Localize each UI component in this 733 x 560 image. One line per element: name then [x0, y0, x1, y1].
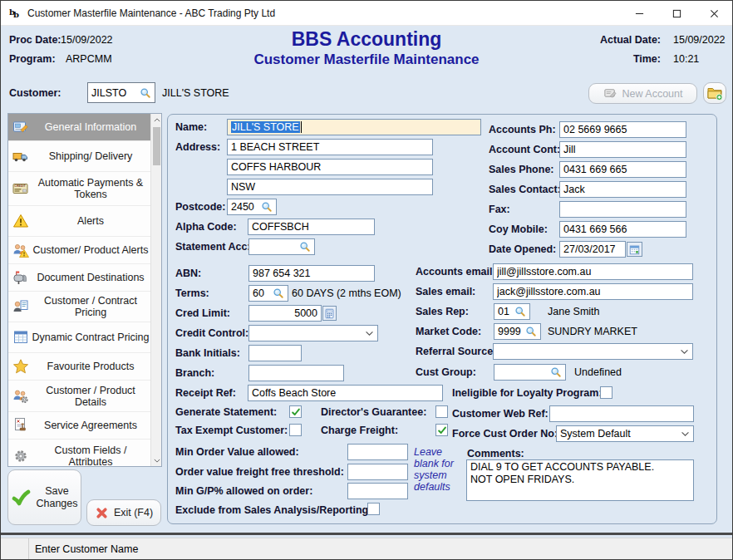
name-input[interactable]: JILL'S STORE: [227, 119, 481, 135]
branch-input[interactable]: [248, 365, 344, 381]
open-account-button[interactable]: [703, 82, 726, 104]
freight-free-threshold-input[interactable]: [347, 464, 408, 480]
force-cust-order-no-label: Force Cust Order No:: [452, 428, 558, 440]
abn-input[interactable]: [248, 265, 375, 282]
actual-date-label: Actual Date:: [600, 34, 661, 46]
cred-limit-input[interactable]: [248, 305, 322, 322]
scrollbar-thumb[interactable]: [153, 127, 160, 165]
coy-mobile-input[interactable]: [559, 221, 686, 238]
market-code-lookup-icon[interactable]: [525, 326, 537, 337]
ineligible-loyalty-checkbox[interactable]: [600, 386, 612, 399]
scroll-down-button[interactable]: [151, 454, 162, 466]
cust-group-label: Cust Group:: [416, 366, 476, 378]
calendar-icon: [629, 244, 640, 255]
status-bar: Enter Customer Name: [1, 538, 732, 560]
sidebar-item-label: Customer / Product Details: [32, 385, 150, 408]
sidebar-item-label: Document Destinations: [32, 272, 150, 283]
title-bar: Customer Masterfile Maintenance - ABC Tr…: [1, 1, 732, 26]
save-changes-button[interactable]: Save Changes: [7, 469, 81, 525]
star-icon: [12, 358, 29, 375]
accounts-email-input[interactable]: [493, 263, 693, 280]
cust-group-lookup-icon[interactable]: [550, 366, 562, 378]
exclude-sales-analysis-checkbox[interactable]: [367, 503, 380, 515]
sales-phone-input[interactable]: [559, 161, 686, 178]
credit-control-select[interactable]: [248, 325, 378, 341]
sales-phone-label: Sales Phone:: [489, 164, 554, 175]
sidebar-item-service-agreements[interactable]: Service Agreements: [8, 412, 151, 440]
sidebar-item-customer-contract-pricing[interactable]: Customer / Contract Pricing: [8, 292, 151, 322]
address-line1-input[interactable]: [227, 139, 433, 155]
fax-input[interactable]: [559, 201, 686, 218]
sidebar-item-customer-product-details[interactable]: Customer / Product Details: [8, 381, 151, 412]
sidebar-item-document-destinations[interactable]: Document Destinations: [8, 264, 151, 292]
sales-rep-input[interactable]: 01: [494, 303, 530, 320]
customer-code-input[interactable]: JILSTO: [87, 82, 155, 103]
address-line3-input[interactable]: [227, 179, 433, 195]
sidebar-item-customer-product-alerts[interactable]: Customer/ Product Alerts: [8, 237, 151, 264]
time-value: 10:21: [673, 53, 699, 65]
address-line2-input[interactable]: [227, 159, 433, 175]
sidebar-item-general-information[interactable]: General Information: [8, 114, 151, 141]
postcode-lookup-icon[interactable]: [261, 201, 273, 213]
force-cust-order-no-value: System Default: [560, 428, 631, 440]
sidebar-scrollbar[interactable]: [150, 114, 161, 466]
sidebar-item-label: Shipping/ Delivery: [32, 150, 150, 162]
comments-textarea[interactable]: DIAL 9 TO GET ACCOUNTS PAYABLE. NOT OPEN…: [466, 459, 694, 501]
sales-email-input[interactable]: [493, 283, 693, 300]
scroll-up-button[interactable]: [151, 114, 162, 125]
referral-source-select[interactable]: [493, 343, 693, 360]
name-selected-text: JILL'S STORE: [231, 121, 300, 133]
bank-initials-input[interactable]: [248, 345, 302, 361]
form-pencil-icon: [603, 86, 617, 101]
date-opened-input[interactable]: [559, 241, 626, 258]
charge-freight-checkbox[interactable]: [435, 424, 448, 436]
statement-acc-lookup-icon[interactable]: [299, 241, 311, 253]
sidebar-item-custom-fields-attributes[interactable]: Custom Fields / Attributes: [8, 440, 151, 467]
force-cust-order-no-select[interactable]: System Default: [556, 425, 694, 442]
account-cont-input[interactable]: [559, 141, 686, 158]
date-opened-calendar-button[interactable]: [627, 242, 642, 257]
new-account-button[interactable]: New Account: [588, 83, 697, 104]
sales-rep-lookup-icon[interactable]: [514, 306, 526, 317]
sales-email-label: Sales email:: [416, 286, 475, 297]
accounts-ph-input[interactable]: [559, 121, 686, 138]
customer-web-ref-input[interactable]: [549, 405, 694, 422]
min-order-value-input[interactable]: [347, 444, 408, 460]
close-button[interactable]: [696, 1, 732, 26]
freight-free-threshold-label: Order value freight free threshold:: [175, 466, 344, 478]
sales-rep-value: 01: [498, 306, 509, 317]
cred-limit-calculator-button[interactable]: [322, 306, 337, 321]
alpha-code-input[interactable]: [248, 219, 375, 235]
postcode-input[interactable]: 2450: [227, 199, 277, 215]
exit-button[interactable]: Exit (F4): [86, 499, 161, 526]
app-logo-icon: [8, 7, 22, 20]
customer-lookup-icon[interactable]: [140, 87, 151, 99]
sidebar-item-automatic-payments[interactable]: Automatic Payments & Tokens: [8, 172, 151, 206]
min-gp-input[interactable]: [347, 483, 408, 499]
minimize-button[interactable]: [621, 1, 657, 26]
cust-group-input[interactable]: [494, 364, 566, 381]
sales-rep-label: Sales Rep:: [416, 306, 469, 317]
sidebar-item-shipping-delivery[interactable]: Shipping/ Delivery: [8, 141, 151, 172]
market-code-value: 9999: [498, 326, 521, 337]
warning-triangle-icon: [12, 213, 29, 229]
chevron-down-icon: [154, 459, 160, 463]
sidebar-item-dynamic-contract-pricing[interactable]: Dynamic Contract Pricing: [8, 322, 151, 353]
accounts-email-label: Accounts email:: [416, 266, 496, 278]
terms-lookup-icon[interactable]: [273, 287, 284, 299]
maximize-button[interactable]: [658, 1, 695, 26]
terms-input[interactable]: 60: [248, 285, 288, 302]
directors-guarantee-checkbox[interactable]: [435, 405, 448, 418]
sales-contact-input[interactable]: [559, 181, 686, 198]
accounts-ph-label: Accounts Ph:: [489, 124, 556, 135]
generate-statement-checkbox[interactable]: [289, 405, 302, 418]
market-code-input[interactable]: 9999: [494, 323, 541, 340]
sidebar-item-favourite-products[interactable]: Favourite Products: [8, 353, 151, 381]
account-cont-label: Account Cont:: [489, 144, 560, 155]
sidebar-item-label: Dynamic Contract Pricing: [32, 332, 150, 343]
sidebar-item-alerts[interactable]: Alerts: [8, 206, 151, 237]
receipt-ref-input[interactable]: [248, 385, 443, 401]
statement-acc-input[interactable]: [248, 238, 315, 255]
comments-label: Comments:: [467, 448, 524, 459]
tax-exempt-checkbox[interactable]: [289, 424, 302, 436]
